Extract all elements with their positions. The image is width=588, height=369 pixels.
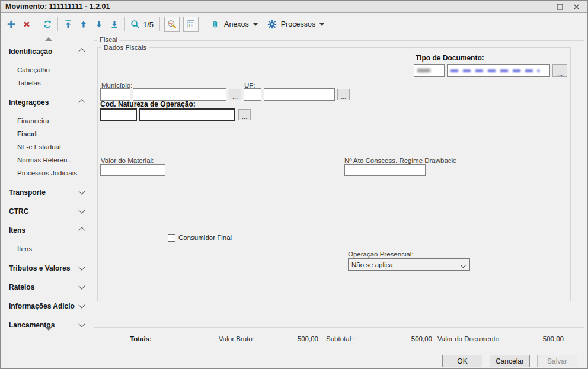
sidebar-item-normas-referen[interactable]: Normas Referen... (17, 156, 73, 163)
tipo-documento-label: Tipo de Documento: (416, 54, 484, 62)
first-record-button[interactable] (60, 17, 76, 32)
chevron-down-icon (461, 262, 466, 268)
sidebar-section-ctrc[interactable]: CTRC (9, 207, 28, 216)
sidebar-item-itens[interactable]: Itens (17, 245, 32, 252)
chevron-down-icon[interactable] (78, 264, 85, 270)
anexos-label: Anexos (224, 20, 249, 28)
sidebar-section-identificacao[interactable]: Identificação (9, 47, 52, 56)
valor-material-label: Valor do Material: (101, 157, 154, 164)
processos-dropdown[interactable]: Processos (263, 17, 329, 32)
refresh-icon (43, 20, 52, 29)
save-button[interactable]: Salvar (537, 355, 577, 367)
valor-documento-value: 500,00 (516, 335, 564, 342)
maximize-button[interactable] (555, 2, 564, 11)
chevron-down-icon (253, 23, 258, 26)
chevron-up-icon[interactable] (78, 227, 85, 233)
municipio-code-input[interactable] (100, 88, 130, 101)
sidebar-section-lancamentos[interactable]: Lançamentos (9, 321, 55, 327)
operacao-presencial-select[interactable]: Não se aplica (348, 258, 470, 271)
plus-icon (7, 20, 16, 29)
toolbar-separator (124, 17, 125, 31)
uf-code-input[interactable] (244, 88, 261, 101)
cod-natureza-name-input[interactable] (139, 108, 235, 121)
sidebar-item-tabelas[interactable]: Tabelas (17, 79, 41, 86)
svg-text:SQL: SQL (168, 22, 174, 25)
subtotal-value: 500,00 (385, 335, 432, 342)
drawback-input[interactable] (344, 164, 426, 176)
sidebar-section-transporte[interactable]: Transporte (9, 188, 46, 197)
sidebar-item-nfe-estadual[interactable]: NF-e Estadual (17, 143, 61, 150)
sidebar-navigation: Identificação Cabeçalho Tabelas Integraç… (1, 35, 94, 327)
totais-label: Totais: (130, 335, 152, 342)
cancel-button[interactable]: Cancelar (490, 355, 530, 367)
sql-search-button[interactable]: SQL (164, 17, 180, 32)
chevron-down-icon[interactable] (78, 207, 85, 213)
dados-fiscais-groupbox (97, 47, 571, 301)
sidebar-item-fiscal[interactable]: Fiscal (17, 130, 37, 137)
window-title: Movimento: 111111111 - 1.2.01 (1, 2, 110, 11)
report-icon (186, 20, 196, 29)
sidebar-item-financeira[interactable]: Financeira (17, 117, 49, 124)
anexos-dropdown[interactable]: Anexos (206, 17, 263, 32)
last-record-button[interactable] (107, 17, 122, 32)
maximize-icon (557, 4, 563, 10)
sidebar-section-tributos-e-valores[interactable]: Tributos e Valores (9, 264, 70, 272)
fiscal-group-label: Fiscal (97, 36, 120, 43)
refresh-button[interactable] (40, 17, 55, 32)
uf-name-input[interactable] (264, 88, 335, 101)
sidebar-item-processos-judiciais[interactable]: Processos Judiciais (17, 169, 77, 177)
cod-natureza-browse-button[interactable]: ... (238, 109, 251, 120)
report-button[interactable] (183, 17, 199, 32)
arrow-up-icon (79, 20, 88, 29)
add-record-button[interactable] (4, 17, 19, 32)
dados-fiscais-group-label: Dados Fiscais (101, 44, 149, 51)
record-indicator: 1/5 (143, 20, 154, 29)
delete-record-button[interactable] (19, 17, 34, 32)
consumidor-final-checkbox[interactable] (168, 234, 175, 242)
operacao-presencial-label: Operação Presencial: (348, 251, 414, 258)
sidebar-section-rateios[interactable]: Rateios (9, 283, 34, 291)
sql-search-icon: SQL (167, 20, 177, 29)
sidebar-item-cabecalho[interactable]: Cabeçalho (17, 66, 50, 73)
tipo-documento-description-input[interactable] (447, 64, 550, 77)
arrow-first-icon (63, 20, 73, 29)
close-button[interactable] (572, 2, 580, 11)
uf-browse-button[interactable]: ... (337, 89, 350, 100)
sidebar-section-integracoes[interactable]: Integrações (9, 98, 49, 107)
chevron-down-icon (319, 23, 324, 26)
chevron-up-icon[interactable] (78, 99, 85, 105)
cod-natureza-label: Cod. Natureza de Operação: (100, 100, 196, 108)
arrow-last-icon (110, 20, 119, 29)
tipo-documento-code-input[interactable] (414, 64, 445, 77)
municipio-browse-button[interactable]: ... (229, 89, 241, 100)
tipo-documento-browse-button[interactable]: ... (552, 64, 567, 77)
valor-bruto-label: Valor Bruto: (219, 335, 254, 342)
drawback-label: Nº Ato Conscess. Regime Drawback: (344, 157, 457, 164)
title-bar: Movimento: 111111111 - 1.2.01 (1, 1, 587, 13)
consumidor-final-label: Consumidor Final (178, 234, 232, 241)
redacted-value (417, 69, 430, 72)
chevron-down-icon[interactable] (78, 301, 85, 308)
cod-natureza-code-input[interactable] (100, 108, 137, 121)
movimento-window: Movimento: 111111111 - 1.2.01 (0, 0, 588, 369)
sidebar-scroll-down-icon[interactable] (45, 327, 52, 331)
redacted-value (450, 69, 539, 72)
valor-material-input[interactable] (100, 164, 165, 176)
sidebar-section-itens[interactable]: Itens (9, 226, 25, 235)
chevron-down-icon[interactable] (78, 283, 85, 289)
chevron-down-icon[interactable] (78, 188, 85, 194)
operacao-presencial-value: Não se aplica (351, 261, 393, 268)
toolbar-separator (203, 17, 203, 31)
chevron-down-icon[interactable] (78, 320, 85, 327)
toolbar-separator (159, 17, 160, 31)
paperclip-icon (210, 20, 220, 29)
ok-button[interactable]: OK (442, 355, 482, 367)
sidebar-section-informacoes-adicio[interactable]: Informações Adicio (9, 302, 75, 310)
search-button[interactable] (127, 17, 143, 32)
arrow-down-icon (94, 20, 104, 29)
previous-record-button[interactable] (76, 17, 91, 32)
next-record-button[interactable] (91, 17, 107, 32)
municipio-name-input[interactable] (133, 88, 226, 101)
chevron-up-icon[interactable] (78, 48, 85, 54)
valor-documento-label: Valor do Documento: (437, 335, 501, 342)
